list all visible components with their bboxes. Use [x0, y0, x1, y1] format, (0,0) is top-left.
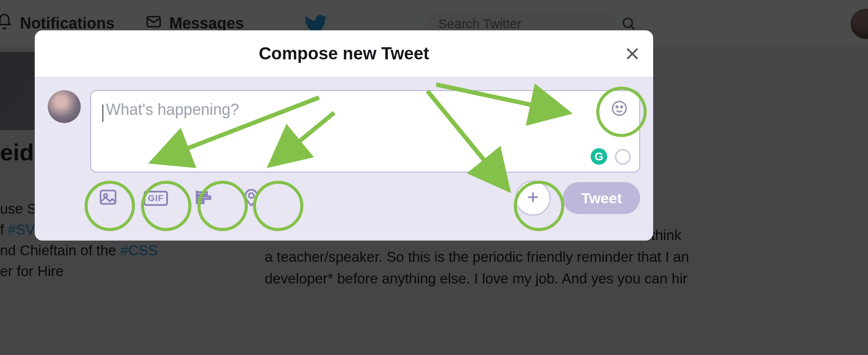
compose-toolbar: GIF Tweet — [90, 180, 640, 216]
tweet-textarea[interactable]: What's happening? G — [90, 90, 640, 173]
add-another-tweet-button[interactable] — [515, 180, 551, 216]
add-poll-button[interactable] — [186, 180, 221, 216]
modal-title: Compose new Tweet — [259, 44, 429, 63]
poll-icon — [194, 187, 214, 209]
modal-body: What's happening? G GIF — [35, 77, 653, 241]
add-location-button[interactable] — [233, 180, 269, 216]
image-icon — [98, 187, 118, 209]
svg-point-3 — [616, 106, 618, 108]
tweet-placeholder: What's happening? — [106, 101, 239, 118]
add-image-button[interactable] — [90, 180, 126, 216]
tweet-button[interactable]: Tweet — [563, 182, 640, 214]
plus-icon — [526, 190, 540, 206]
smiley-icon — [610, 99, 628, 119]
text-caret — [102, 104, 103, 122]
svg-point-4 — [621, 106, 622, 108]
svg-point-2 — [612, 101, 626, 115]
grammarly-icon: G — [595, 150, 603, 163]
character-count-ring — [615, 149, 631, 165]
close-button[interactable] — [624, 45, 641, 64]
compose-tweet-modal: Compose new Tweet What's happening? G — [35, 30, 653, 241]
emoji-button[interactable] — [607, 97, 631, 121]
svg-rect-5 — [101, 191, 116, 204]
close-icon — [624, 56, 641, 64]
tweet-button-label: Tweet — [581, 190, 622, 207]
grammarly-badge[interactable]: G — [591, 148, 607, 165]
gif-icon: GIF — [144, 191, 168, 206]
svg-point-7 — [249, 193, 254, 198]
location-icon — [241, 187, 261, 209]
modal-header: Compose new Tweet — [35, 30, 653, 77]
add-gif-button[interactable]: GIF — [138, 180, 174, 216]
composer-avatar[interactable] — [48, 90, 81, 123]
